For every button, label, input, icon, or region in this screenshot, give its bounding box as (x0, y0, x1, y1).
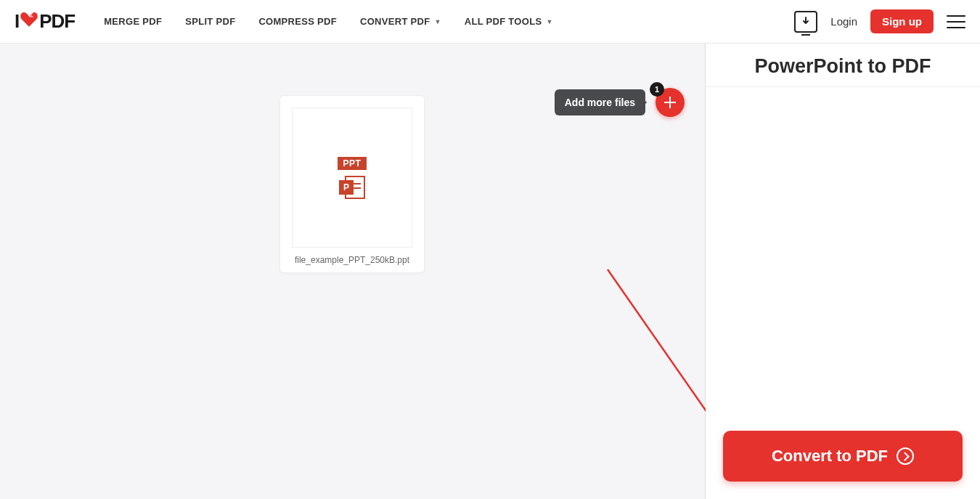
logo[interactable]: I PDF (15, 10, 75, 33)
powerpoint-icon-letter: P (339, 180, 354, 195)
chevron-down-icon: ▼ (434, 18, 441, 25)
sidebar: PowerPoint to PDF Convert to PDF (706, 44, 980, 499)
workarea: PPT P file_example_PPT_250kB.ppt Add mor… (0, 44, 706, 499)
convert-button-label: Convert to PDF (772, 447, 888, 466)
download-desktop-icon[interactable] (794, 11, 817, 33)
nav-split-pdf[interactable]: SPLIT PDF (185, 16, 235, 27)
logo-text-post: PDF (39, 10, 75, 33)
convert-to-pdf-button[interactable]: Convert to PDF (723, 431, 963, 482)
logo-text-pre: I (15, 10, 19, 33)
sidebar-title: PowerPoint to PDF (706, 44, 980, 87)
header: I PDF MERGE PDF SPLIT PDF COMPRESS PDF C… (0, 0, 980, 44)
nav-label: COMPRESS PDF (258, 16, 337, 27)
nav-label: MERGE PDF (104, 16, 162, 27)
file-name: file_example_PPT_250kB.ppt (295, 255, 409, 265)
heart-icon (20, 10, 38, 33)
nav-label: SPLIT PDF (185, 16, 235, 27)
powerpoint-icon: P (339, 176, 365, 199)
nav-convert-pdf[interactable]: CONVERT PDF▼ (360, 16, 441, 27)
file-count-badge: 1 (650, 82, 664, 97)
main-nav: MERGE PDF SPLIT PDF COMPRESS PDF CONVERT… (104, 16, 794, 27)
nav-label: CONVERT PDF (360, 16, 430, 27)
chevron-down-icon: ▼ (546, 18, 552, 25)
file-thumbnail: PPT P (292, 107, 412, 248)
file-card[interactable]: PPT P file_example_PPT_250kB.ppt (279, 95, 425, 273)
header-right: Login Sign up (794, 9, 965, 33)
nav-all-pdf-tools[interactable]: ALL PDF TOOLS▼ (465, 16, 553, 27)
content: PPT P file_example_PPT_250kB.ppt Add mor… (0, 44, 980, 499)
nav-compress-pdf[interactable]: COMPRESS PDF (258, 16, 337, 27)
signup-button[interactable]: Sign up (870, 9, 934, 33)
login-link[interactable]: Login (830, 15, 857, 28)
nav-label: ALL PDF TOOLS (465, 16, 542, 27)
add-more-files: Add more files 1 (555, 88, 685, 117)
arrow-right-circle-icon (897, 447, 914, 465)
svg-line-0 (608, 269, 721, 432)
nav-merge-pdf[interactable]: MERGE PDF (104, 16, 162, 27)
add-more-tooltip: Add more files (555, 89, 645, 115)
file-type-badge: PPT (338, 157, 367, 170)
hamburger-menu-icon[interactable] (947, 15, 965, 28)
add-file-button[interactable]: 1 (656, 88, 685, 117)
